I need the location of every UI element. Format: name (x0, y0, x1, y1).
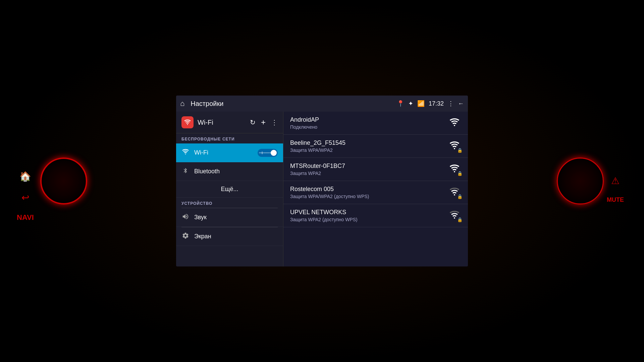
mute-button[interactable]: MUTE (607, 196, 624, 203)
sidebar-item-sound[interactable]: Звук (176, 208, 283, 227)
screen-menu-label: Экран (194, 233, 278, 240)
status-bar: ⌂ Настройки 📍 ✦ 📶 17:32 ⋮ ← (176, 96, 468, 112)
network-name-rostelecom: Rostelecom 005 (290, 186, 449, 193)
network-name-mts: MTSRouter-0F1BC7 (290, 163, 449, 170)
toggle-text: I (262, 151, 263, 155)
wifi-signal-full-icon (449, 117, 460, 128)
bluetooth-menu-label: Bluetooth (194, 168, 278, 175)
signal-rostelecom: 🔒 (449, 186, 461, 198)
more-label: Ещё... (181, 186, 278, 193)
overflow-menu-icon[interactable]: ⋮ (448, 100, 454, 107)
back-icon[interactable]: ← (458, 100, 464, 107)
main-screen: ⌂ Настройки 📍 ✦ 📶 17:32 ⋮ ← Wi-Fi (176, 96, 468, 266)
wifi-toggle[interactable]: I (258, 149, 278, 157)
wireless-section-header: БЕСПРОВОДНЫЕ СЕТИ (176, 133, 283, 143)
network-status-mts: Защита WPA2 (290, 171, 449, 176)
network-info-beeline: Beeline_2G_F51545 Защита WPA/WPA2 (290, 139, 449, 153)
sound-menu-label: Звук (194, 214, 278, 221)
network-item-rostelecom[interactable]: Rostelecom 005 Защита WPA/WPA2 (доступно… (283, 181, 468, 204)
network-name-upvel: UPVEL NETWORKS (290, 209, 449, 216)
signal-mts: 🔒 (449, 163, 461, 175)
wifi-section-title: Wi-Fi (198, 119, 246, 126)
wifi-header: Wi-Fi ↻ + ⋮ (176, 112, 283, 133)
right-panel: AndroidAP Подключено Beeline_2G_F51545 З… (283, 112, 468, 266)
network-item-beeline[interactable]: Beeline_2G_F51545 Защита WPA/WPA2 🔒 (283, 135, 468, 158)
network-item-androidap[interactable]: AndroidAP Подключено (283, 112, 468, 135)
network-status-androidap: Подключено (290, 124, 449, 130)
clock: 17:32 (429, 100, 444, 107)
signal-androidap (449, 117, 461, 129)
bluetooth-status-icon: ✦ (408, 100, 413, 107)
toggle-knob (271, 150, 277, 156)
lock-icon-upvel: 🔒 (457, 217, 463, 222)
status-icons: 📍 ✦ 📶 17:32 ⋮ ← (397, 100, 464, 107)
left-panel: Wi-Fi ↻ + ⋮ БЕСПРОВОДНЫЕ СЕТИ Wi-Fi (176, 112, 283, 266)
network-info-upvel: UPVEL NETWORKS Защита WPA2 (доступно WPS… (290, 209, 449, 222)
sound-menu-icon (181, 213, 190, 222)
wifi-more-icon[interactable]: ⋮ (271, 118, 278, 126)
back-button-left[interactable]: ↩ (21, 192, 29, 203)
network-name-androidap: AndroidAP (290, 116, 449, 123)
device-section-header: УСТРОЙСТВО (176, 198, 283, 208)
navi-button[interactable]: NAVI (17, 213, 34, 222)
network-item-mts[interactable]: MTSRouter-0F1BC7 Защита WPA2 🔒 (283, 158, 468, 181)
bluetooth-menu-icon (181, 167, 190, 176)
network-status-upvel: Защита WPA2 (доступно WPS) (290, 217, 449, 222)
add-network-icon[interactable]: + (261, 118, 266, 127)
sidebar-item-bluetooth[interactable]: Bluetooth (176, 162, 283, 181)
network-info-mts: MTSRouter-0F1BC7 Защита WPA2 (290, 163, 449, 176)
left-side-controls: 🏠 ↩ NAVI (17, 171, 34, 222)
wifi-settings-icon (184, 119, 191, 126)
lock-icon-mts: 🔒 (457, 171, 463, 176)
left-knob[interactable] (40, 158, 87, 204)
sidebar-item-wifi[interactable]: Wi-Fi I (176, 143, 283, 162)
network-name-beeline: Beeline_2G_F51545 (290, 139, 449, 146)
page-title: Настройки (191, 100, 393, 108)
signal-beeline: 🔒 (449, 140, 461, 152)
wifi-action-icons: ↻ + ⋮ (250, 118, 278, 127)
wifi-icon-box (181, 116, 194, 128)
network-info-rostelecom: Rostelecom 005 Защита WPA/WPA2 (доступно… (290, 186, 449, 199)
wifi-status-icon: 📶 (417, 100, 425, 107)
right-side-controls: ⚠ MUTE (607, 175, 624, 203)
network-item-upvel[interactable]: UPVEL NETWORKS Защита WPA2 (доступно WPS… (283, 204, 468, 227)
alert-icon-right: ⚠ (611, 175, 620, 186)
content-area: Wi-Fi ↻ + ⋮ БЕСПРОВОДНЫЕ СЕТИ Wi-Fi (176, 112, 468, 266)
lock-icon-rostelecom: 🔒 (457, 194, 463, 199)
signal-upvel: 🔒 (449, 209, 461, 222)
screen-menu-icon (181, 232, 190, 241)
sidebar-item-more[interactable]: Ещё... (176, 181, 283, 198)
wifi-menu-icon (181, 148, 190, 157)
home-icon[interactable]: ⌂ (180, 99, 184, 108)
refresh-icon[interactable]: ↻ (250, 118, 256, 126)
sidebar-item-screen[interactable]: Экран (176, 227, 283, 246)
location-icon: 📍 (397, 100, 404, 107)
network-info-androidap: AndroidAP Подключено (290, 116, 449, 130)
network-status-beeline: Защита WPA/WPA2 (290, 147, 449, 153)
lock-icon-beeline: 🔒 (457, 148, 463, 153)
home-button-left[interactable]: 🏠 (19, 171, 31, 182)
wifi-menu-label: Wi-Fi (194, 149, 253, 156)
right-knob[interactable] (557, 158, 604, 204)
network-status-rostelecom: Защита WPA/WPA2 (доступно WPS) (290, 194, 449, 199)
